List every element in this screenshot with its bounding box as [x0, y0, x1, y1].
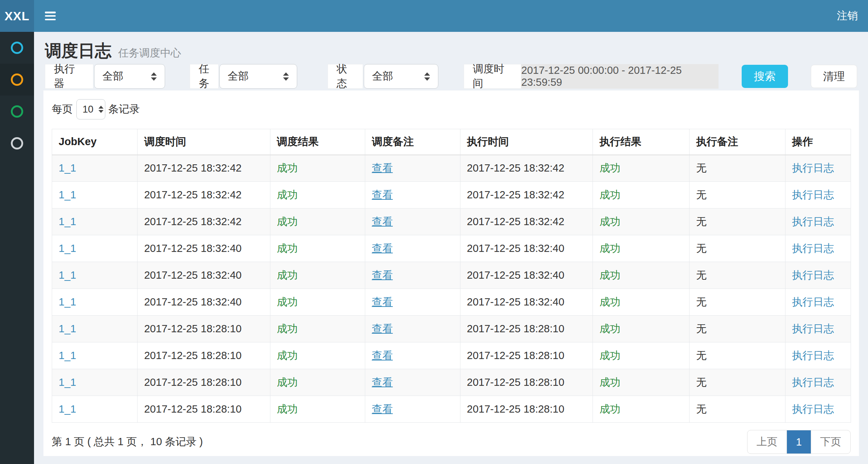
handle-result-value: 成功: [599, 403, 620, 415]
table-row: 1_12017-12-25 18:28:10成功查看2017-12-25 18:…: [52, 396, 851, 423]
execution-log-link[interactable]: 执行日志: [792, 269, 834, 281]
trigger-result-value: 成功: [277, 323, 298, 334]
page-size-select[interactable]: 10: [76, 99, 105, 119]
cell-handle-msg: 无: [690, 369, 785, 396]
view-trigger-msg-link[interactable]: 查看: [372, 376, 393, 388]
handle-time-value: 2017-12-25 18:32:42: [467, 216, 564, 227]
col-header-3: 调度结果: [270, 129, 365, 155]
execution-log-link[interactable]: 执行日志: [792, 296, 834, 308]
handle-time-value: 2017-12-25 18:28:10: [467, 350, 564, 361]
handle-msg-value: 无: [696, 296, 707, 308]
col-header-7: 执行备注: [690, 129, 785, 155]
status-filter-select[interactable]: 全部: [364, 64, 438, 89]
cell-action: 执行日志: [785, 262, 851, 289]
execution-log-link[interactable]: 执行日志: [792, 376, 834, 388]
execution-log-link[interactable]: 执行日志: [792, 189, 834, 201]
execution-log-link[interactable]: 执行日志: [792, 216, 834, 227]
cell-jobkey: 1_1: [52, 342, 138, 369]
view-trigger-msg-link[interactable]: 查看: [372, 296, 393, 308]
page-header: 调度日志 任务调度中心: [45, 32, 857, 64]
cell-jobkey: 1_1: [52, 235, 138, 262]
cell-trigger-result: 成功: [270, 182, 365, 208]
execution-log-link[interactable]: 执行日志: [792, 162, 834, 174]
trigger-time-range-input[interactable]: 2017-12-25 00:00:00 - 2017-12-25 23:59:5…: [521, 64, 719, 89]
jobkey-link[interactable]: 1_1: [59, 376, 76, 388]
trigger-result-value: 成功: [277, 216, 298, 227]
table-row: 1_12017-12-25 18:32:40成功查看2017-12-25 18:…: [52, 235, 851, 262]
execution-log-link[interactable]: 执行日志: [792, 242, 834, 254]
clear-logs-button[interactable]: 清理: [811, 65, 857, 88]
cell-action: 执行日志: [785, 155, 851, 182]
job-filter-select[interactable]: 全部: [219, 64, 297, 89]
handle-result-value: 成功: [599, 323, 620, 334]
page-size-suffix-label: 条记录: [108, 102, 140, 117]
jobkey-link[interactable]: 1_1: [59, 189, 76, 201]
search-button[interactable]: 搜索: [742, 65, 788, 88]
prev-page-button[interactable]: 上页: [747, 430, 787, 454]
select-caret-icon: [98, 106, 104, 113]
jobkey-link[interactable]: 1_1: [59, 350, 76, 361]
current-page-button[interactable]: 1: [787, 430, 811, 454]
sidebar-item-1[interactable]: [0, 32, 34, 64]
handle-time-value: 2017-12-25 18:28:10: [467, 376, 564, 388]
view-trigger-msg-link[interactable]: 查看: [372, 323, 393, 334]
col-header-2: 调度时间: [138, 129, 270, 155]
cell-jobkey: 1_1: [52, 289, 138, 316]
cell-handle-result: 成功: [593, 289, 690, 316]
cell-trigger-msg: 查看: [365, 369, 460, 396]
sidebar-toggle-button[interactable]: [45, 12, 56, 20]
view-trigger-msg-link[interactable]: 查看: [372, 350, 393, 361]
execution-log-link[interactable]: 执行日志: [792, 403, 834, 415]
status-filter-value: 全部: [372, 69, 419, 84]
handle-time-value: 2017-12-25 18:32:40: [467, 296, 564, 308]
view-trigger-msg-link[interactable]: 查看: [372, 216, 393, 227]
view-trigger-msg-link[interactable]: 查看: [372, 269, 393, 281]
view-trigger-msg-link[interactable]: 查看: [372, 242, 393, 254]
handle-result-value: 成功: [599, 296, 620, 308]
cell-trigger-result: 成功: [270, 208, 365, 235]
cell-handle-msg: 无: [690, 396, 785, 423]
jobkey-link[interactable]: 1_1: [59, 216, 76, 227]
col-header-8: 操作: [785, 129, 851, 155]
cell-handle-msg: 无: [690, 316, 785, 342]
hamburger-icon: [45, 12, 56, 13]
handle-result-value: 成功: [599, 189, 620, 201]
execution-log-link[interactable]: 执行日志: [792, 350, 834, 361]
sidebar-item-2[interactable]: [0, 64, 34, 96]
cell-jobkey: 1_1: [52, 208, 138, 235]
handle-time-value: 2017-12-25 18:32:40: [467, 242, 564, 254]
jobkey-link[interactable]: 1_1: [59, 403, 76, 415]
cell-jobkey: 1_1: [52, 155, 138, 182]
view-trigger-msg-link[interactable]: 查看: [372, 162, 393, 174]
sidebar-item-4[interactable]: [0, 127, 34, 159]
cell-handle-time: 2017-12-25 18:32:40: [460, 289, 593, 316]
cell-handle-msg: 无: [690, 182, 785, 208]
execution-log-link[interactable]: 执行日志: [792, 323, 834, 334]
view-trigger-msg-link[interactable]: 查看: [372, 189, 393, 201]
cell-handle-result: 成功: [593, 155, 690, 182]
handle-result-value: 成功: [599, 216, 620, 227]
trigger-result-value: 成功: [277, 403, 298, 415]
jobkey-link[interactable]: 1_1: [59, 296, 76, 308]
cell-trigger-msg: 查看: [365, 155, 460, 182]
jobkey-link[interactable]: 1_1: [59, 162, 76, 174]
table-footer: 第 1 页 ( 总共 1 页， 10 条记录 ) 上页 1 下页: [52, 430, 851, 454]
sidebar-item-3[interactable]: [0, 96, 34, 127]
cell-action: 执行日志: [785, 369, 851, 396]
view-trigger-msg-link[interactable]: 查看: [372, 403, 393, 415]
status-filter-label: 状态: [328, 64, 363, 89]
cell-trigger-time: 2017-12-25 18:28:10: [138, 396, 270, 423]
top-navbar: XXL 注销: [0, 0, 868, 32]
cell-trigger-msg: 查看: [365, 235, 460, 262]
jobkey-link[interactable]: 1_1: [59, 269, 76, 281]
next-page-button[interactable]: 下页: [811, 430, 850, 454]
cell-trigger-time: 2017-12-25 18:32:42: [138, 208, 270, 235]
logout-link[interactable]: 注销: [837, 9, 858, 23]
jobkey-link[interactable]: 1_1: [59, 242, 76, 254]
app-logo: XXL: [0, 0, 34, 32]
cell-handle-msg: 无: [690, 289, 785, 316]
pagination-summary: 第 1 页 ( 总共 1 页， 10 条记录 ): [52, 435, 203, 449]
executor-filter-select[interactable]: 全部: [94, 64, 165, 89]
trigger-result-value: 成功: [277, 162, 298, 174]
jobkey-link[interactable]: 1_1: [59, 323, 76, 334]
